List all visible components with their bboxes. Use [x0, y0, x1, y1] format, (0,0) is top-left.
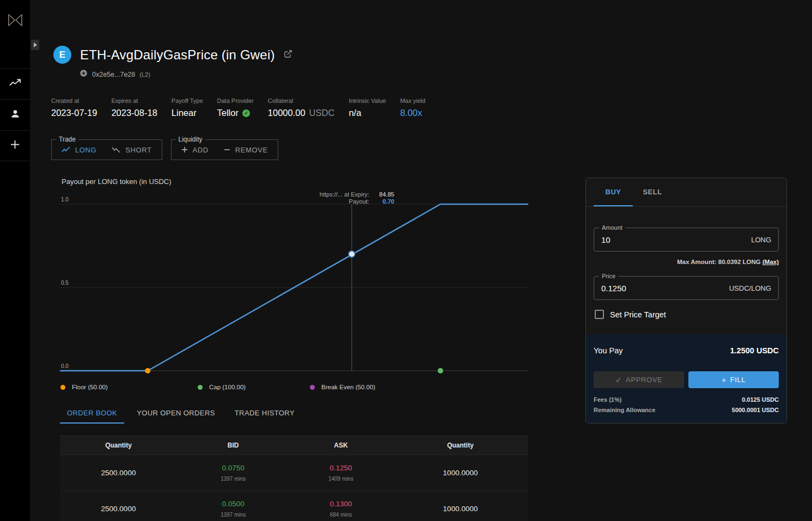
cap-dot-icon [198, 385, 203, 390]
tab-your-open-orders[interactable]: YOUR OPEN ORDERS [130, 406, 222, 424]
diva-logo-icon[interactable] [0, 0, 30, 40]
ask-quantity: 1000.0000 [393, 505, 528, 513]
liquidity-tab-group: Liquidity ADD REMOVE [171, 139, 278, 160]
y-tick-0: 0.0 [61, 363, 69, 369]
ask-price: 0.1250 [289, 464, 392, 472]
pool-header: E ETH-AvgDailyGasPrice (in Gwei) [53, 46, 812, 64]
amount-field-label: Amount [599, 224, 625, 231]
tab-order-book[interactable]: ORDER BOOK [60, 406, 124, 424]
trade-panel-body: Amount LONG Max Amount: 80.0392 LONG (Ma… [586, 207, 786, 319]
ask-cell: 0.1250 1409 mins [289, 464, 392, 482]
collateral-unit: USDC [309, 108, 335, 118]
cap-marker [438, 368, 443, 373]
table-row[interactable]: 2500.0000 0.0750 1397 mins 0.1250 1409 m… [60, 455, 528, 491]
plus-icon: + [722, 376, 726, 384]
amount-input[interactable] [601, 235, 747, 244]
order-summary: You Pay 1.2500 USDC ✓ APPROVE + FILL [586, 334, 786, 423]
plus-icon [181, 146, 188, 153]
header-ask: ASK [289, 442, 392, 449]
amount-field-wrap: Amount LONG [594, 228, 779, 252]
buy-sell-tabs: BUY SELL [586, 178, 786, 207]
orderbook-tabs: ORDER BOOK YOUR OPEN ORDERS TRADE HISTOR… [60, 406, 528, 424]
trade-tab-group: Trade LONG SHORT [51, 139, 162, 160]
allowance-value: 5000.0001 USDC [732, 407, 779, 413]
orderbook-header-row: Quantity BID ASK Quantity [60, 436, 528, 455]
current-point-marker [349, 251, 355, 258]
info-payoff-type: Payoff Type Linear [172, 97, 203, 118]
price-field-wrap: Price USDC/LONG [594, 276, 779, 300]
chevron-right-icon [33, 42, 37, 47]
you-pay-value: 1.2500 USDC [730, 346, 779, 355]
verified-check-icon: ✓ [242, 109, 250, 117]
approve-button[interactable]: ✓ APPROVE [594, 371, 684, 388]
external-link-icon[interactable] [284, 50, 292, 60]
layer-badge: (L2) [139, 71, 150, 78]
bid-quantity: 2500.0000 [60, 469, 177, 477]
fees-label: Fees (1%) [594, 396, 621, 403]
set-price-target-label: Set Price Target [610, 310, 666, 319]
set-price-target-checkbox[interactable] [595, 310, 604, 319]
max-amount-note: Max Amount: 80.0392 LONG (Max) [594, 259, 779, 265]
expand-sidebar-button[interactable] [31, 40, 39, 50]
ask-cell: 0.1300 684 mins [289, 500, 392, 518]
header-bid-quantity: Quantity [60, 442, 177, 449]
info-collateral: Collateral 10000.00 USDC [268, 97, 335, 118]
bid-cell: 0.0500 1397 mins [177, 500, 289, 518]
floor-marker [145, 368, 150, 373]
avatar: E [53, 46, 71, 64]
ask-age: 1409 mins [289, 476, 392, 482]
bid-price: 0.0750 [177, 464, 289, 472]
floor-dot-icon [60, 385, 65, 390]
contract-address-row: 0x2e5e...7e28 (L2) [80, 69, 812, 79]
info-data-provider: Data Provider Tellor ✓ [217, 97, 254, 118]
header-ask-quantity: Quantity [393, 442, 528, 449]
table-row[interactable]: 2500.0000 0.0500 1397 mins 0.1300 684 mi… [60, 491, 528, 521]
check-icon: ✓ [615, 376, 622, 384]
ask-age: 684 mins [289, 512, 392, 518]
legend-break-even: Break Even (50.00) [310, 384, 375, 390]
tab-remove-liquidity[interactable]: REMOVE [216, 140, 276, 160]
y-tick-1: 1.0 [61, 197, 69, 203]
sidebar [0, 0, 30, 521]
sidebar-item-profile[interactable] [0, 99, 30, 130]
tooltip-payout-value: 0.70 [369, 198, 394, 205]
sidebar-item-markets[interactable] [0, 68, 30, 99]
chart-legend: Floor (50.00) Cap (100.00) Break Even (5… [60, 384, 528, 390]
header-bid: BID [177, 442, 289, 449]
trending-up-icon [9, 79, 21, 89]
payout-chart-wrap: https://... at Expiry: 84.85 Payout: 0.7… [60, 191, 528, 377]
orderbook-table: Quantity BID ASK Quantity 2500.0000 0.07… [60, 436, 528, 521]
legend-floor: Floor (50.00) [60, 384, 198, 390]
sidebar-item-create[interactable] [0, 130, 30, 161]
tooltip-expiry-value: 84.85 [369, 191, 394, 198]
plus-icon [10, 140, 20, 151]
price-unit-label: USDC/LONG [729, 284, 771, 292]
tooltip-expiry-label: https://... at Expiry: [309, 191, 369, 198]
contract-address[interactable]: 0x2e5e...7e28 [92, 71, 135, 78]
tab-sell[interactable]: SELL [633, 178, 672, 206]
trade-panel: BUY SELL Amount LONG Max Amount: 80.0392… [585, 177, 787, 424]
ask-price: 0.1300 [289, 500, 392, 508]
trade-group-legend: Trade [56, 136, 78, 143]
price-target-row: Set Price Target [594, 310, 779, 319]
break-even-dot-icon [310, 385, 315, 390]
ask-quantity: 1000.0000 [393, 469, 528, 477]
fees-value: 0.0125 USDC [742, 396, 779, 403]
chart-tooltip: https://... at Expiry: 84.85 Payout: 0.7… [309, 191, 394, 205]
legend-cap: Cap (100.00) [198, 384, 310, 390]
tab-trade-history[interactable]: TRADE HISTORY [228, 406, 302, 424]
add-circle-icon[interactable] [80, 69, 88, 79]
price-field-label: Price [599, 273, 618, 279]
bid-cell: 0.0750 1397 mins [177, 464, 289, 482]
fill-button[interactable]: + FILL [688, 371, 779, 388]
tab-short[interactable]: SHORT [104, 140, 159, 160]
sidebar-spacer [0, 40, 30, 68]
tooltip-payout-label: Payout: [309, 198, 369, 205]
max-link[interactable]: (Max) [762, 259, 779, 265]
main-content: E ETH-AvgDailyGasPrice (in Gwei) 0x2e5e.… [30, 0, 812, 521]
action-buttons: ✓ APPROVE + FILL [594, 371, 779, 388]
price-input[interactable] [601, 284, 725, 293]
bid-quantity: 2500.0000 [60, 505, 177, 513]
tab-buy[interactable]: BUY [594, 178, 633, 206]
payout-chart: 1.0 0.5 0.0 [60, 191, 528, 375]
